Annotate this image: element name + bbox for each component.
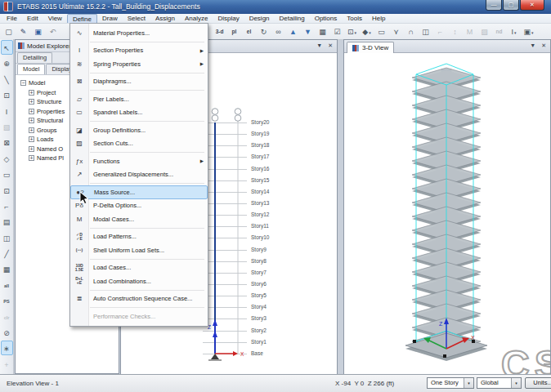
menubar-help[interactable]: Help [367,14,390,23]
menu-item-diaphragms[interactable]: ⊠ Diaphragms... [70,75,208,89]
snap-options-button[interactable]: ⋎ [389,24,403,38]
close-button[interactable]: ✕ [520,0,544,11]
menubar-tools[interactable]: Tools [342,14,367,23]
menu-item-group-definitions[interactable]: ◪ Group Definitions... [70,123,208,137]
menu-item-p-delta-options[interactable]: Pδ P-Delta Options... [70,199,208,213]
menu-item-spring-properties[interactable]: ≋ Spring Properties ▶ [70,57,208,71]
edit-grid-button[interactable]: ▦ [1,261,13,276]
panel-collapse-icon[interactable]: ▼ [316,42,322,49]
open-model-button[interactable]: ✎ [16,24,30,38]
maximize-button[interactable]: ▢ [503,0,519,11]
menubar-assign[interactable]: Assign [150,14,180,23]
select-previous-button[interactable]: PS [1,293,13,308]
tree-expander-icon[interactable]: + [29,109,34,114]
quick-draw-secondary-beams-button[interactable]: ⊠ [1,135,13,149]
undo-button[interactable]: ↶ [46,24,60,38]
menu-item-load-patterns[interactable]: ✓D ✓E Load Patterns... [70,230,208,244]
tree-expander-icon[interactable]: + [29,136,34,142]
show-joints-button[interactable]: ∗ [1,341,13,355]
plan-view-button[interactable]: pl [227,24,241,38]
rotate-3d-view-button[interactable]: ↻ [257,24,271,38]
panel-collapse-icon[interactable]: ▼ [530,42,535,49]
tree-expander-icon[interactable]: + [29,118,34,123]
draw-frame-button[interactable]: ⊡ [1,87,13,102]
display-options-button[interactable]: ☑ [330,24,344,38]
move-story-up-button[interactable]: ▲ [286,24,300,38]
menu-item-shell-uniform-load-sets[interactable]: (⋯) Shell Uniform Load Sets... [70,243,208,257]
quick-draw-area-button[interactable]: ◫ [1,230,13,245]
reshape-objects-button[interactable]: ⊕ [1,56,13,70]
view-3d-button[interactable]: 3-d [213,24,226,38]
tree-expander-icon[interactable]: + [29,127,34,133]
move-story-down-button[interactable]: ▼ [301,24,315,38]
window-layout-button[interactable]: ▦ [316,24,329,38]
menubar-options[interactable]: Options [310,14,343,23]
menubar-analyze[interactable]: Analyze [180,14,213,23]
draw-rectangular-floor-button[interactable]: ▭ [1,167,13,181]
menu-item-modal-cases[interactable]: M Modal Cases... [70,212,208,226]
clear-selection-button[interactable]: clr [1,310,13,324]
tab-detailing[interactable]: Detailing [17,52,52,63]
draw-link-button[interactable]: ╱ [1,246,13,261]
menubar-draw[interactable]: Draw [97,14,123,23]
select-pointer-button[interactable]: ↖ [1,40,13,55]
panel-close-icon[interactable]: ✕ [328,42,333,49]
menubar-design[interactable]: Design [244,14,275,23]
inactive-tool-button[interactable]: ▨ [477,24,491,38]
inactive-tool-button[interactable]: M [463,24,477,38]
text-style-button[interactable]: I [507,24,521,38]
menu-item-load-cases[interactable]: 10D 1.5E Load Cases... [70,261,208,275]
story-selector-dropdown[interactable]: One Story ▾ [427,377,474,389]
quick-draw-braces-button[interactable]: ▧ [1,119,13,134]
menubar-file[interactable]: File [2,14,22,23]
menu-item-generalized-displacements[interactable]: ↗ Generalized Displacements... [70,168,208,182]
perspective-toggle-button[interactable]: ∞ [271,24,285,38]
menubar-edit[interactable]: Edit [22,14,43,23]
inactive-tool-button[interactable]: ⌐ [433,24,447,38]
draw-joint-button[interactable]: ╲ [1,72,13,87]
inactive-tool-button[interactable]: ↕ [448,24,462,38]
quick-draw-frame-button[interactable]: I [1,104,13,118]
building-elevation-button[interactable]: ∩ [404,24,418,38]
tree-expander-icon[interactable]: + [29,99,34,105]
shrink-objects-button[interactable]: ◆ [360,24,374,38]
new-model-button[interactable]: ▢ [2,24,16,38]
tree-expander-icon[interactable]: + [29,90,34,96]
menubar-view[interactable]: View [43,14,67,23]
menubar-select[interactable]: Select [123,14,150,23]
save-model-button[interactable]: ▣ [31,24,45,38]
menu-item-section-cuts[interactable]: ▨ Section Cuts... [70,137,208,151]
area-display-button[interactable]: ▣ [522,24,535,38]
tab-3d-view[interactable]: 3-D View [347,42,394,53]
three-d-view-canvas[interactable]: Z X CS [344,53,550,375]
tree-expander-icon[interactable]: + [29,155,34,161]
menu-item-auto-construction-sequence-case[interactable]: ≣ Auto Construction Sequence Case... [70,292,208,306]
menu-item-pier-labels[interactable]: ▱ Pier Labels... [70,92,208,106]
rubber-band-zoom-button[interactable]: ▭ [374,24,388,38]
quick-draw-floor-button[interactable]: ⊡ [1,183,13,198]
menubar-define[interactable]: Define [67,14,97,23]
menu-item-material-properties[interactable]: ∿ Material Properties... [70,26,208,40]
wall-elevation-button[interactable]: ◫ [419,24,432,38]
object-view-options-button[interactable]: ⊡ [345,24,359,38]
select-all-button[interactable]: all [1,278,13,292]
nd-tool-button[interactable]: nd [492,24,506,38]
menubar-display[interactable]: Display [213,14,244,23]
draw-floor-button[interactable]: ◇ [1,151,13,166]
deselect-button[interactable]: ⊘ [1,325,13,340]
draw-wall-button[interactable]: ⌐ [1,198,13,213]
menu-item-performance-checks[interactable]: Performance Checks... [70,310,208,323]
coordinate-system-dropdown[interactable]: Global ▾ [477,377,522,389]
menu-item-spandrel-labels[interactable]: ▭ Spandrel Labels... [70,106,208,120]
menubar-detailing[interactable]: Detailing [275,14,310,23]
panel-close-icon[interactable]: ✕ [541,42,546,49]
menu-item-mass-source[interactable]: ●? Mass Source... [70,185,208,199]
menu-item-load-combinations[interactable]: D+L +E Load Combinations... [70,274,208,288]
quick-draw-wall-button[interactable]: ▤ [1,214,13,229]
minimize-button[interactable]: — [486,0,502,11]
tree-expander-icon[interactable]: + [29,146,34,152]
menu-item-functions[interactable]: ƒx Functions ▶ [70,154,208,168]
tree-expander-icon[interactable]: − [20,80,26,86]
menu-item-section-properties[interactable]: I Section Properties ▶ [70,44,208,58]
tab-model[interactable]: Model [17,64,45,74]
